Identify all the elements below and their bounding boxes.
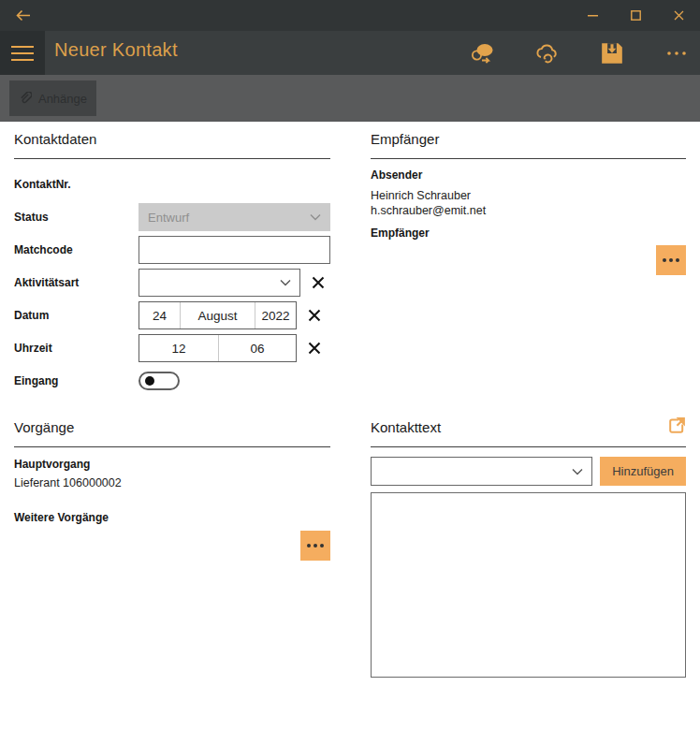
weitere-vorgaenge-label: Weitere Vorgänge — [14, 511, 330, 524]
attachments-button[interactable]: Anhänge — [9, 80, 96, 116]
uhrzeit-clear-button[interactable] — [305, 339, 324, 358]
uhrzeit-label: Uhrzeit — [14, 342, 139, 355]
chevron-down-icon — [280, 279, 291, 286]
maximize-icon — [631, 10, 641, 21]
section-kontakttext: Kontakttext Hinzufügen — [371, 419, 686, 681]
back-button[interactable] — [9, 4, 37, 27]
clear-x-icon — [312, 276, 325, 289]
hauptvorgang-label: Hauptvorgang — [14, 458, 330, 471]
page-title: Neuer Kontakt — [54, 39, 178, 61]
datum-year[interactable]: 2022 — [255, 302, 296, 328]
cloud-sync-button[interactable] — [533, 39, 561, 67]
paperclip-icon — [19, 92, 32, 105]
chat-forward-button[interactable] — [469, 39, 497, 67]
ellipsis-icon — [666, 51, 687, 56]
more-options-button[interactable] — [663, 39, 691, 67]
hinzufuegen-button[interactable]: Hinzufügen — [600, 457, 686, 486]
section-empfaenger: Empfänger Absender Heinrich Schrauber h.… — [371, 131, 686, 275]
chevron-down-icon — [572, 468, 583, 475]
status-select: Entwurf — [139, 203, 330, 231]
uhrzeit-picker[interactable]: 12 06 — [139, 334, 297, 362]
vorgaenge-heading: Vorgänge — [14, 419, 330, 447]
empfaenger-heading: Empfänger — [371, 131, 686, 159]
row-kontaktnr: KontaktNr. — [14, 170, 330, 198]
absender-label: Absender — [371, 168, 686, 182]
minimize-button[interactable] — [571, 0, 614, 31]
kontaktnr-label: KontaktNr. — [14, 178, 139, 191]
toggle-knob — [145, 376, 154, 386]
matchcode-label: Matchcode — [14, 243, 139, 256]
clear-x-icon — [308, 309, 321, 322]
chat-forward-icon — [470, 42, 496, 65]
section-vorgaenge: Vorgänge Hauptvorgang Lieferant 10600000… — [14, 419, 330, 561]
kontaktdaten-heading: Kontaktdaten — [14, 131, 330, 159]
datum-picker[interactable]: 24 August 2022 — [139, 301, 297, 329]
titlebar — [0, 0, 700, 31]
section-kontaktdaten: Kontaktdaten KontaktNr. Status Entwurf M… — [14, 131, 330, 400]
aktivitaetsart-select[interactable] — [139, 269, 300, 297]
row-eingang: Eingang — [14, 367, 330, 395]
kontakttext-open-button[interactable] — [667, 416, 686, 438]
eingang-toggle[interactable] — [139, 372, 180, 390]
row-uhrzeit: Uhrzeit 12 06 — [14, 334, 330, 362]
eingang-label: Eingang — [14, 374, 139, 387]
row-datum: Datum 24 August 2022 — [14, 301, 330, 329]
ellipsis-icon — [663, 258, 666, 262]
maximize-button[interactable] — [614, 0, 657, 31]
datum-month[interactable]: August — [181, 302, 255, 328]
empfaenger-label: Empfänger — [371, 226, 686, 240]
uhrzeit-hour[interactable]: 12 — [139, 335, 219, 361]
row-matchcode: Matchcode — [14, 236, 330, 264]
empfaenger-more-button[interactable] — [656, 245, 686, 275]
status-label: Status — [14, 211, 139, 224]
row-aktivitaetsart: Aktivitätsart — [14, 269, 330, 297]
minimize-icon — [588, 15, 598, 17]
hamburger-menu-button[interactable] — [0, 31, 45, 75]
kontakttext-textarea[interactable] — [371, 492, 686, 678]
back-arrow-icon — [16, 9, 31, 22]
close-icon — [674, 10, 684, 21]
aktivitaetsart-label: Aktivitätsart — [14, 276, 139, 289]
kontakttext-heading: Kontakttext — [371, 419, 441, 435]
save-icon — [600, 41, 624, 66]
attachments-label: Anhänge — [38, 92, 87, 106]
chevron-down-icon — [310, 213, 321, 221]
vorgaenge-more-button[interactable] — [300, 531, 330, 561]
hauptvorgang-value: Lieferant 106000002 — [14, 475, 330, 490]
uhrzeit-minute[interactable]: 06 — [219, 335, 296, 361]
app-header: Neuer Kontakt — [0, 31, 700, 75]
cloud-sync-icon — [534, 42, 561, 65]
ellipsis-icon — [307, 544, 311, 548]
row-status: Status Entwurf — [14, 203, 330, 231]
aktivitaetsart-clear-button[interactable] — [309, 273, 328, 292]
close-button[interactable] — [657, 0, 700, 31]
clear-x-icon — [308, 342, 321, 355]
textvorlage-select[interactable] — [371, 457, 592, 486]
datum-day[interactable]: 24 — [139, 302, 181, 328]
hamburger-icon — [11, 46, 34, 48]
toolbar: Anhänge — [0, 75, 700, 122]
absender-email: h.schrauber@emit.net — [371, 203, 686, 218]
absender-name: Heinrich Schrauber — [371, 188, 686, 203]
datum-clear-button[interactable] — [305, 306, 324, 325]
window-controls — [571, 0, 700, 31]
datum-label: Datum — [14, 309, 139, 322]
save-button[interactable] — [598, 39, 626, 67]
open-external-icon — [667, 416, 686, 435]
matchcode-input[interactable] — [139, 236, 330, 264]
header-actions — [469, 31, 691, 75]
status-value: Entwurf — [148, 211, 189, 225]
